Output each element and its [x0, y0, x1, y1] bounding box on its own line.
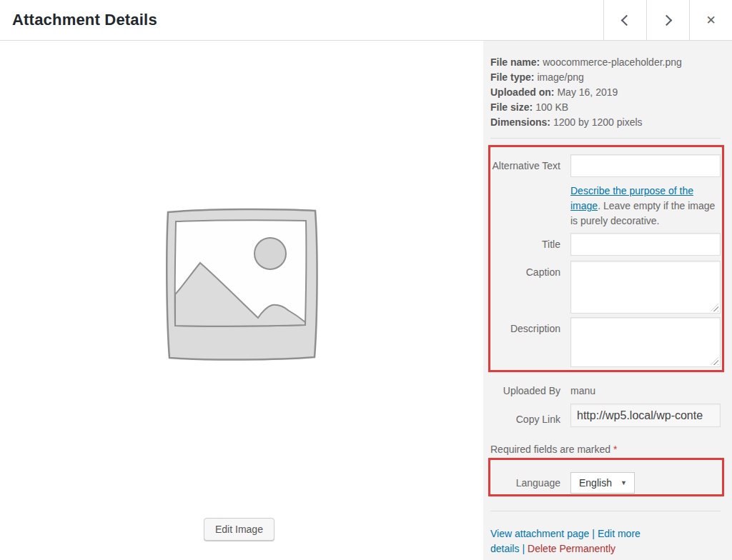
alt-text-help: Describe the purpose of the image. Leave… [570, 184, 722, 229]
previous-attachment-button[interactable] [603, 0, 646, 41]
file-type-value: image/png [537, 71, 583, 83]
required-asterisk: * [613, 444, 617, 455]
file-name-label: File name: [490, 56, 540, 68]
attachment-actions: View attachment page|Edit more details|D… [490, 526, 705, 556]
language-label: Language [490, 472, 570, 494]
dimensions-value: 1200 by 1200 pixels [553, 116, 643, 128]
description-textarea[interactable] [570, 317, 721, 367]
caption-field-row: Caption [490, 261, 721, 314]
description-field-row: Description [490, 317, 721, 367]
alt-text-field-row: Alternative Text Describe the purpose of… [490, 154, 721, 229]
copy-link-label: Copy Link [490, 404, 570, 427]
title-label: Title [490, 233, 570, 256]
view-attachment-page-link[interactable]: View attachment page [490, 528, 589, 539]
language-select[interactable]: English ▼ [570, 472, 635, 494]
file-type-label: File type: [490, 71, 534, 83]
file-size-label: File size: [490, 101, 533, 113]
close-icon: ✕ [706, 14, 716, 26]
required-fields-note: Required fields are marked * [490, 444, 721, 455]
link-separator: | [522, 543, 525, 554]
link-separator: | [592, 528, 595, 539]
copy-link-row: Copy Link [490, 404, 721, 427]
required-note-text: Required fields are marked [490, 444, 613, 455]
description-label: Description [490, 317, 570, 367]
dimensions-label: Dimensions: [490, 116, 550, 128]
file-type-row: File type:image/png [490, 70, 721, 85]
copy-link-input[interactable] [570, 404, 721, 427]
caption-label: Caption [490, 261, 570, 314]
uploaded-by-row: Uploaded By manu [490, 379, 721, 396]
file-size-value: 100 KB [535, 101, 568, 113]
title-field-row: Title [490, 233, 721, 256]
uploaded-by-value: manu [570, 379, 721, 396]
modal-header: Attachment Details ✕ [0, 0, 732, 41]
close-button[interactable]: ✕ [689, 0, 732, 41]
edit-image-button[interactable]: Edit Image [204, 518, 274, 541]
file-name-row: File name:woocommerce-placeholder.png [490, 55, 721, 70]
file-size-row: File size:100 KB [490, 100, 721, 115]
file-name-value: woocommerce-placeholder.png [543, 56, 682, 68]
image-placeholder-icon [163, 206, 320, 363]
chevron-left-icon [621, 15, 633, 26]
actions-divider [490, 511, 721, 511]
language-row: Language English ▼ [490, 472, 721, 494]
dimensions-row: Dimensions:1200 by 1200 pixels [490, 115, 721, 130]
uploaded-by-label: Uploaded By [490, 379, 570, 396]
title-input[interactable] [570, 233, 721, 256]
details-divider [490, 138, 721, 139]
uploaded-on-label: Uploaded on: [490, 86, 554, 98]
attachment-image [163, 206, 320, 363]
uploaded-on-row: Uploaded on:May 16, 2019 [490, 85, 721, 100]
file-details: File name:woocommerce-placeholder.png Fi… [490, 55, 721, 130]
attachment-preview-area: Edit Image [0, 41, 483, 560]
delete-permanently-link[interactable]: Delete Permanently [528, 543, 615, 554]
caption-textarea[interactable] [570, 261, 721, 314]
next-attachment-button[interactable] [646, 0, 689, 41]
alt-text-input[interactable] [570, 154, 721, 177]
language-selected-value: English [579, 477, 612, 489]
uploaded-on-value: May 16, 2019 [557, 86, 618, 98]
alt-text-label: Alternative Text [490, 154, 570, 229]
chevron-down-icon: ▼ [620, 479, 627, 486]
chevron-right-icon [661, 15, 673, 26]
attachment-details-sidebar: File name:woocommerce-placeholder.png Fi… [483, 41, 732, 560]
header-buttons: ✕ [603, 0, 732, 41]
